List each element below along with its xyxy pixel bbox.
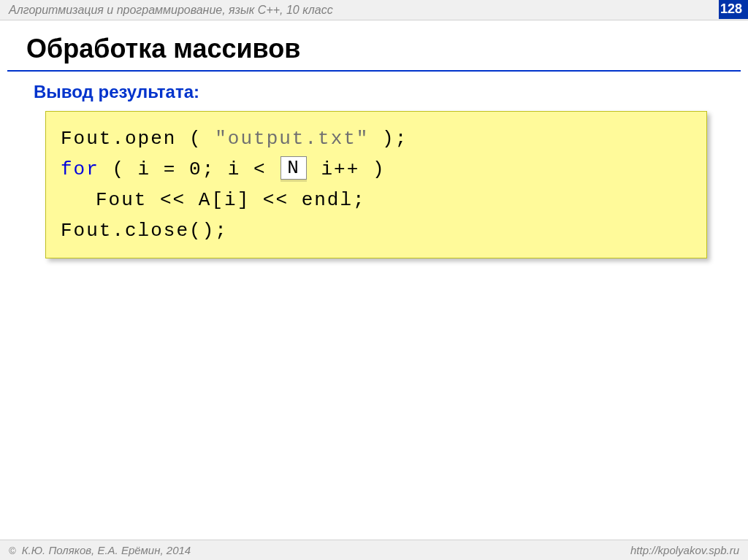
code-text: Fout.close();: [61, 220, 228, 242]
code-keyword: for: [61, 158, 99, 180]
code-text: Fout.open (: [61, 128, 215, 150]
code-string: "output.txt": [215, 128, 369, 150]
page-title: Обработка массивов: [0, 20, 748, 70]
copyright: © К.Ю. Поляков, Е.А. Ерёмин, 2014: [9, 544, 191, 556]
code-boxed-var: N: [280, 156, 307, 180]
copyright-text: К.Ю. Поляков, Е.А. Ерёмин, 2014: [22, 544, 191, 556]
code-line-3: Fout << A[i] << endl;: [61, 185, 692, 215]
code-text: );: [369, 128, 408, 150]
code-text: ( i =: [99, 158, 189, 180]
code-text: ; i <: [202, 158, 280, 180]
code-line-4: Fout.close();: [61, 215, 692, 246]
header-bar: Алгоритмизация и программирование, язык …: [0, 0, 748, 20]
code-number: 0: [189, 158, 202, 180]
code-line-1: Fout.open ( "output.txt" );: [61, 123, 692, 154]
footer-url: http://kpolyakov.spb.ru: [630, 544, 739, 556]
code-text: Fout << A[i] << endl;: [96, 189, 366, 211]
code-text: i++ ): [308, 158, 386, 180]
footer-bar: © К.Ю. Поляков, Е.А. Ерёмин, 2014 http:/…: [0, 540, 748, 560]
subtitle: Вывод результата:: [0, 72, 748, 111]
code-line-2: for ( i = 0; i < N i++ ): [61, 154, 692, 185]
copyright-icon: ©: [9, 545, 16, 556]
page-number: 128: [719, 0, 748, 19]
course-label: Алгоритмизация и программирование, язык …: [9, 4, 333, 17]
code-block: Fout.open ( "output.txt" ); for ( i = 0;…: [45, 111, 707, 258]
